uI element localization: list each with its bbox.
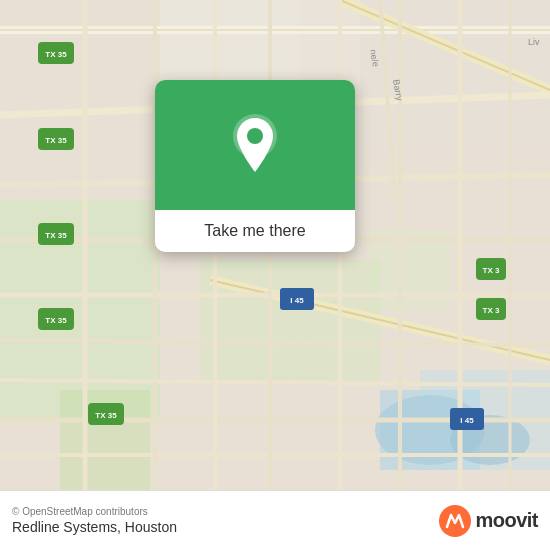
svg-text:I 45: I 45: [460, 416, 474, 425]
svg-rect-1: [0, 200, 160, 420]
svg-text:Liv: Liv: [528, 37, 540, 47]
svg-text:TX 35: TX 35: [95, 411, 117, 420]
map-pin-icon: [229, 114, 281, 176]
moovit-text: moovit: [475, 509, 538, 532]
svg-text:TX 3: TX 3: [483, 306, 500, 315]
svg-text:I 45: I 45: [290, 296, 304, 305]
moovit-logo: moovit: [439, 505, 538, 537]
osm-attribution: © OpenStreetMap contributors: [12, 506, 439, 517]
map-container: TX 35 TX 35 TX 35 TX 35 TX 35 TX 3 TX 3 …: [0, 0, 550, 490]
svg-text:TX 3: TX 3: [483, 266, 500, 275]
svg-text:TX 35: TX 35: [45, 231, 67, 240]
popup-card-label[interactable]: Take me there: [155, 210, 355, 252]
svg-rect-3: [200, 260, 380, 380]
location-text: Redline Systems, Houston: [12, 519, 439, 535]
svg-text:TX 35: TX 35: [45, 136, 67, 145]
popup-card[interactable]: Take me there: [155, 80, 355, 252]
bottom-bar: © OpenStreetMap contributors Redline Sys…: [0, 490, 550, 550]
svg-point-57: [247, 128, 263, 144]
svg-text:TX 35: TX 35: [45, 316, 67, 325]
popup-card-green-area: [155, 80, 355, 210]
svg-text:TX 35: TX 35: [45, 50, 67, 59]
moovit-logo-icon: [439, 505, 471, 537]
